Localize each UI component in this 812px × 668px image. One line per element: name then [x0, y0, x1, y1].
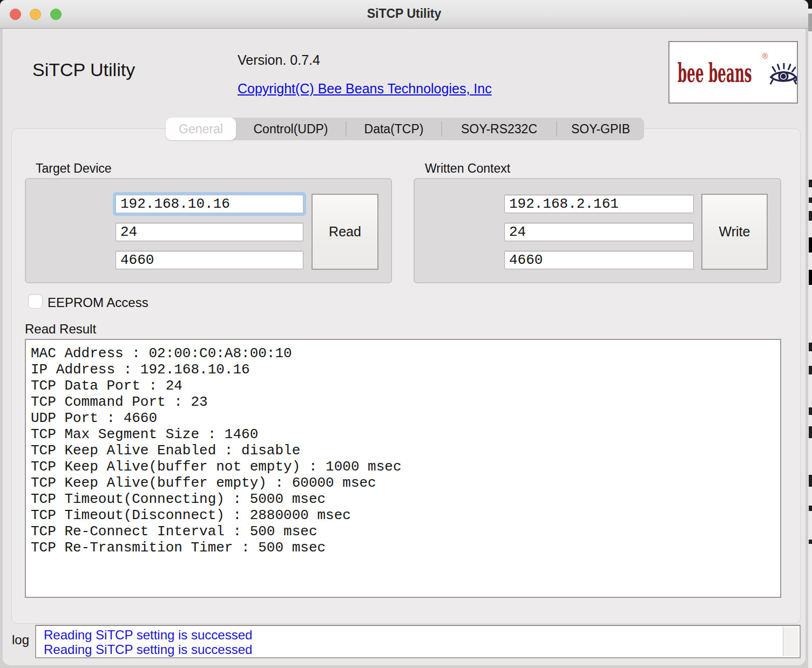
written-ip-input[interactable]	[504, 195, 694, 213]
background-mark	[809, 343, 812, 351]
read-result-line: TCP Re-Transmition Timer : 500 msec	[31, 540, 780, 556]
screen-corner	[808, 0, 812, 9]
written-context-group: IP Address TCP Port UDP Port Write	[414, 178, 781, 283]
read-result-line: TCP Data Port : 24	[31, 378, 780, 394]
background-mark	[809, 197, 812, 203]
background-mark	[809, 270, 812, 285]
log-scrollbar[interactable]	[783, 627, 799, 656]
background-mark	[809, 180, 812, 187]
background-mark	[809, 407, 812, 415]
target-device-group: IP Address TCP Port UDP Port Read	[25, 178, 392, 283]
background-mark	[809, 506, 812, 511]
background-mark	[809, 475, 812, 487]
eye-icon	[770, 53, 797, 96]
background-window-sliver	[808, 0, 812, 668]
read-result-line: TCP Keep Alive(buffer empty) : 60000 mse…	[31, 475, 780, 491]
version-label: Version. 0.7.4	[238, 52, 320, 68]
window-titlebar[interactable]: SiTCP Utility	[0, 0, 808, 29]
zoom-button[interactable]	[50, 9, 62, 20]
tab-data-tcp[interactable]: Data(TCP)	[347, 118, 441, 140]
read-result-line: TCP Command Port : 23	[31, 394, 780, 410]
read-result-title: Read Result	[25, 322, 96, 337]
app-window: SiTCP Utility SiTCP Utility Version. 0.7…	[0, 0, 808, 668]
logo-brand-text: bee beans	[678, 57, 752, 88]
app-title: SiTCP Utility	[32, 59, 135, 80]
eeprom-access-label: EEPROM Access	[48, 295, 148, 310]
background-mark	[808, 13, 812, 31]
log-label: log	[12, 632, 29, 647]
minimize-button[interactable]	[30, 9, 41, 20]
target-device-title: Target Device	[36, 161, 112, 176]
read-result-textarea[interactable]: MAC Address : 02:00:C0:A8:00:10 IP Addre…	[25, 339, 781, 598]
read-button[interactable]: Read	[312, 194, 378, 270]
background-mark	[809, 366, 812, 374]
close-button[interactable]	[10, 9, 21, 20]
read-result-line: TCP Timeout(Connecting) : 5000 msec	[31, 491, 780, 507]
read-result-line: TCP Keep Alive Enabled : disable	[31, 442, 780, 459]
log-entry: Reading SiTCP setting is successed	[44, 642, 800, 657]
tab-bar: General Control(UDP) Data(TCP) SOY-RS232…	[166, 118, 644, 140]
window-title: SiTCP Utility	[0, 0, 808, 28]
log-entry: Reading SiTCP setting is successed	[44, 628, 800, 642]
read-result-line: IP Address : 192.168.10.16	[31, 362, 780, 378]
tab-general[interactable]: General	[166, 118, 236, 140]
eeprom-access-checkbox[interactable]	[28, 294, 43, 309]
background-mark	[809, 426, 812, 438]
read-result-line: TCP Timeout(Disconnect) : 2880000 msec	[31, 507, 780, 523]
tab-soy-gpib-label: SOY-GPIB	[571, 122, 630, 137]
written-udp-port-input[interactable]	[504, 251, 694, 269]
tab-control-udp-label: Control(UDP)	[253, 122, 328, 137]
log-textarea[interactable]: Reading SiTCP setting is successed Readi…	[35, 625, 801, 658]
tab-soy-rs232c[interactable]: SOY-RS232C	[442, 118, 556, 140]
tab-control-udp[interactable]: Control(UDP)	[236, 118, 346, 140]
tab-data-tcp-label: Data(TCP)	[364, 122, 424, 137]
read-result-line: TCP Keep Alive(buffer not empty) : 1000 …	[31, 459, 780, 475]
read-result-line: UDP Port : 4660	[31, 410, 780, 426]
background-mark	[809, 237, 812, 253]
registered-trademark-icon: ®	[762, 52, 768, 60]
background-mark	[809, 540, 812, 544]
tab-soy-gpib[interactable]: SOY-GPIB	[557, 118, 644, 140]
written-context-title: Written Context	[425, 161, 510, 176]
read-result-line: TCP Re-Connect Interval : 500 msec	[31, 523, 780, 540]
read-result-line: MAC Address : 02:00:C0:A8:00:10	[31, 345, 780, 362]
tab-soy-rs232c-label: SOY-RS232C	[461, 122, 537, 137]
bee-beans-logo: bee beans ®	[668, 41, 798, 104]
written-tcp-port-input[interactable]	[504, 223, 694, 241]
read-result-line: TCP Max Segment Size : 1460	[31, 426, 780, 442]
target-ip-input[interactable]	[116, 195, 303, 213]
write-button[interactable]: Write	[701, 194, 768, 270]
target-udp-port-input[interactable]	[116, 251, 303, 269]
copyright-link[interactable]: Copyright(C) Bee Beans Technologies, Inc	[238, 81, 492, 97]
tab-general-label: General	[179, 122, 223, 137]
target-tcp-port-input[interactable]	[116, 223, 303, 241]
background-mark	[809, 211, 812, 221]
